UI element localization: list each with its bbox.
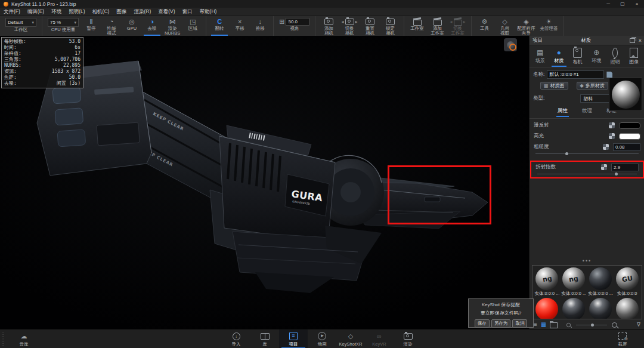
maximize-button[interactable]: ▢ [615, 0, 630, 8]
list-view-icon[interactable]: ≡ [534, 321, 537, 328]
dock-project[interactable]: 项目 [279, 329, 308, 348]
performance-mode-button[interactable]: ◔性能 模式 [101, 16, 122, 36]
dock-import[interactable]: 导入 [222, 329, 250, 348]
texture-checker-icon[interactable] [603, 144, 609, 150]
filter-icon[interactable]: ∇ [637, 321, 640, 328]
menu-window[interactable]: 窗口 [179, 8, 196, 16]
pause-button[interactable]: Ⅱ暂停 [81, 16, 101, 36]
material-thumb[interactable] [535, 298, 559, 319]
region-button[interactable]: ◳区域 [182, 16, 203, 36]
dialog-save-button[interactable]: 保存 [475, 319, 490, 328]
geometry-view-button[interactable]: ◇几何 视图 [495, 16, 515, 36]
dock-animation[interactable]: 动画 [308, 329, 336, 348]
subtab-properties[interactable]: 属性 [556, 107, 569, 117]
dock-key-vr[interactable]: ∞KeyVR [365, 329, 394, 348]
grid-view-icon[interactable]: ▦ [541, 321, 546, 328]
arrow-left-icon[interactable]: ◂ [341, 19, 343, 24]
reset-camera-button[interactable]: 重置 相机 [360, 16, 380, 36]
menu-help[interactable]: 帮助(H) [196, 8, 221, 16]
menu-edit[interactable]: 编辑(E) [24, 8, 48, 16]
dock-library[interactable]: 库 [250, 329, 279, 348]
panel-splitter-handle[interactable]: ••• [530, 258, 644, 263]
denoise-button[interactable]: ◑去噪 [142, 16, 162, 36]
material-thumb[interactable]: ng [535, 267, 559, 290]
menu-view[interactable]: 查看(V) [154, 8, 178, 16]
roughness-slider[interactable] [535, 151, 639, 156]
add-studio-button[interactable]: 添加 工作室 [428, 16, 448, 36]
specular-color-swatch[interactable] [619, 133, 640, 140]
minimize-button[interactable]: ─ [601, 0, 615, 8]
menu-file[interactable]: 文件(F) [0, 8, 24, 16]
cpu-usage-dropdown[interactable]: 75 %▾ [48, 18, 79, 27]
texture-checker-icon[interactable] [601, 164, 607, 170]
subtab-textures[interactable]: 纹理 [581, 107, 593, 117]
refraction-value-field[interactable]: 2.9 [611, 164, 639, 171]
close-button[interactable]: × [630, 0, 644, 8]
diffuse-color-swatch[interactable] [619, 122, 640, 129]
material-thumb-label: 实体:0:0:0 ... [588, 291, 613, 297]
material-thumb[interactable] [589, 267, 612, 290]
realtime-viewport[interactable]: KEEP CLEAR KEEP CLEAR [0, 36, 529, 329]
panel-tab-lighting[interactable]: 照明 [606, 48, 624, 67]
roughness-slider-handle[interactable] [565, 152, 568, 155]
material-thumb[interactable]: GU [615, 267, 639, 290]
texture-checker-icon[interactable] [609, 133, 615, 139]
zoom-in-icon[interactable] [612, 322, 617, 328]
gpu-button[interactable]: ◎GPU [122, 16, 142, 36]
dock-keyshot-xr[interactable]: ◇KeyShotXR [336, 329, 365, 348]
project-panel-tab[interactable]: 项目 [532, 37, 543, 44]
dock-render[interactable]: 渲染 [394, 329, 422, 348]
panel-tab-camera[interactable]: 相机 [569, 48, 586, 67]
studio-button[interactable]: 工作室 [407, 16, 428, 36]
panel-tab-environment[interactable]: ⊕环境 [588, 48, 605, 67]
fov[interactable]: ⊞50.0视角 [277, 16, 312, 36]
arrow-left-icon[interactable]: ◂ [450, 19, 453, 24]
dialog-save-as-button[interactable]: 另存为 [491, 319, 511, 328]
fov-field[interactable]: 50.0 [286, 18, 309, 26]
panel-tab-material[interactable]: ●材质 [550, 48, 568, 67]
arrow-right-icon[interactable]: ▸ [355, 19, 358, 24]
thumbnail-size-slider[interactable] [576, 325, 607, 325]
save-material-icon[interactable] [606, 72, 612, 78]
refraction-slider-handle[interactable] [615, 173, 618, 175]
arrow-right-icon[interactable]: ▸ [463, 19, 466, 24]
material-preview[interactable] [609, 78, 642, 111]
light-manager-button[interactable]: ☀光管理器 [538, 16, 561, 36]
material-thumb[interactable] [589, 298, 612, 319]
menu-environment[interactable]: 环境 [48, 8, 65, 16]
add-folder-icon[interactable] [550, 322, 558, 328]
texture-checker-icon[interactable] [609, 122, 615, 128]
switch-studio-button[interactable]: ◂▸切换 工作室 [448, 16, 468, 36]
configurator-wizard-button[interactable]: ◈配置程序 向导 [515, 16, 538, 36]
material-thumb[interactable]: ng [562, 267, 586, 290]
add-camera-button[interactable]: 添加 相机 [318, 16, 339, 36]
material-thumb[interactable] [615, 298, 639, 319]
dolly-button[interactable]: ↓推移 [250, 16, 270, 36]
dialog-cancel-button[interactable]: 取消 [512, 319, 527, 328]
panel-tab-scene[interactable]: ▤场景 [531, 48, 549, 67]
dock-screenshot[interactable]: 截屏 [608, 329, 637, 347]
workspace-dropdown[interactable]: Default▾ [5, 18, 36, 27]
menu-camera[interactable]: 相机(C) [89, 8, 113, 16]
zoom-out-icon[interactable] [566, 322, 571, 327]
menu-lighting[interactable]: 照明(L) [65, 8, 88, 16]
thumbnail-size-handle[interactable] [591, 324, 594, 327]
lock-camera-button[interactable]: 锁定 相机 [380, 16, 401, 36]
roughness-value-field[interactable]: 0.08 [613, 143, 640, 151]
multi-material-button[interactable]: ◆ 多层材质 [577, 82, 608, 90]
tools-button[interactable]: ⚙工具 [475, 16, 495, 36]
close-panel-icon[interactable]: × [639, 38, 642, 44]
pan-button[interactable]: ×平移 [230, 16, 250, 36]
material-graph-button[interactable]: ▦ 材质图 [540, 82, 568, 90]
material-thumb[interactable] [562, 298, 586, 319]
menu-image[interactable]: 图像 [113, 8, 130, 16]
menu-render[interactable]: 渲染(R) [130, 8, 154, 16]
float-panel-icon[interactable] [630, 38, 635, 43]
switch-camera-button[interactable]: ◂▸切换 相机 [339, 16, 360, 36]
viewport-environment-icon[interactable] [504, 38, 517, 51]
material-name-input[interactable]: 默认 :0:0:0 #1 [547, 70, 604, 79]
tumble-button[interactable]: C翻转 [209, 16, 230, 36]
panel-tab-image[interactable]: 图像 [626, 48, 643, 67]
render-nurbs-button[interactable]: ⋈渲染 NURBS [162, 16, 182, 36]
refraction-slider[interactable] [537, 171, 637, 176]
